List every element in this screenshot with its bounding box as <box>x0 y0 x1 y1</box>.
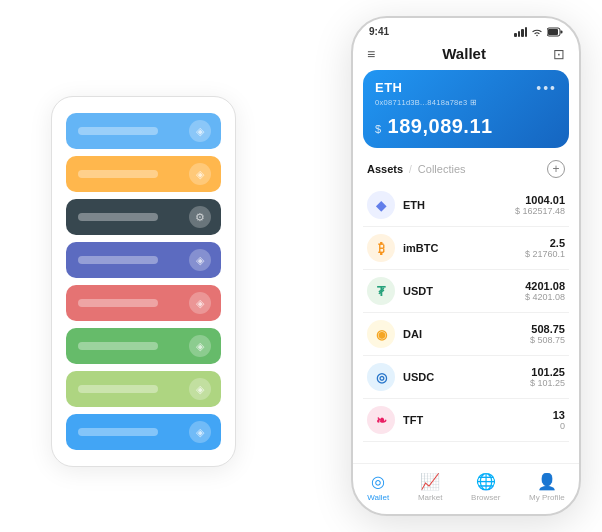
nav-item-browser[interactable]: 🌐Browser <box>471 472 500 502</box>
asset-item[interactable]: ◆ETH1004.01$ 162517.48 <box>363 184 569 227</box>
nav-item-wallet[interactable]: ◎Wallet <box>367 472 389 502</box>
svg-rect-1 <box>548 29 558 35</box>
asset-usd: $ 21760.1 <box>525 249 565 259</box>
stack-card[interactable]: ◈ <box>66 328 221 364</box>
nav-item-my-profile[interactable]: 👤My Profile <box>529 472 565 502</box>
expand-icon[interactable]: ⊡ <box>553 46 565 62</box>
asset-amounts: 1004.01$ 162517.48 <box>515 194 565 216</box>
asset-name: USDC <box>403 371 530 383</box>
asset-icon: ◆ <box>367 191 395 219</box>
add-asset-button[interactable]: + <box>547 160 565 178</box>
bottom-nav: ◎Wallet📈Market🌐Browser👤My Profile <box>353 463 579 514</box>
asset-item[interactable]: ₿imBTC2.5$ 21760.1 <box>363 227 569 270</box>
stack-card-label <box>78 428 158 436</box>
asset-amounts: 130 <box>553 409 565 431</box>
asset-amount: 508.75 <box>530 323 565 335</box>
asset-name: DAI <box>403 328 530 340</box>
eth-card-address: 0x08711d3B...8418a78e3 ⊞ <box>375 98 557 107</box>
tab-assets[interactable]: Assets <box>367 163 403 175</box>
asset-name: imBTC <box>403 242 525 254</box>
asset-amounts: 101.25$ 101.25 <box>530 366 565 388</box>
status-icons <box>514 27 563 37</box>
asset-item[interactable]: ₮USDT4201.08$ 4201.08 <box>363 270 569 313</box>
header-title: Wallet <box>442 45 486 62</box>
assets-tabs: Assets / Collecties <box>367 163 466 175</box>
asset-amount: 13 <box>553 409 565 421</box>
menu-icon[interactable]: ≡ <box>367 46 375 62</box>
phone-frame: 9:41 <box>351 16 581 516</box>
asset-item[interactable]: ❧TFT130 <box>363 399 569 442</box>
stack-card[interactable]: ◈ <box>66 113 221 149</box>
signal-icon <box>514 27 527 37</box>
nav-icon-market: 📈 <box>420 472 440 491</box>
asset-usd: $ 162517.48 <box>515 206 565 216</box>
asset-usd: $ 4201.08 <box>525 292 565 302</box>
stack-card-icon: ◈ <box>189 249 211 271</box>
stack-card-label <box>78 256 158 264</box>
nav-icon-browser: 🌐 <box>476 472 496 491</box>
asset-amounts: 2.5$ 21760.1 <box>525 237 565 259</box>
stack-card-label <box>78 299 158 307</box>
stack-card-label <box>78 342 158 350</box>
stack-card[interactable]: ◈ <box>66 156 221 192</box>
asset-name: TFT <box>403 414 553 426</box>
battery-icon <box>547 27 563 37</box>
stack-card[interactable]: ◈ <box>66 414 221 450</box>
eth-card-currency: $ <box>375 123 381 135</box>
asset-amount: 1004.01 <box>515 194 565 206</box>
nav-label-browser: Browser <box>471 493 500 502</box>
stack-card-label <box>78 170 158 178</box>
phone-header: ≡ Wallet ⊡ <box>353 41 579 70</box>
stack-card-icon: ◈ <box>189 378 211 400</box>
asset-usd: $ 508.75 <box>530 335 565 345</box>
stack-card-icon: ◈ <box>189 120 211 142</box>
asset-name: ETH <box>403 199 515 211</box>
asset-amount: 2.5 <box>525 237 565 249</box>
asset-icon: ◎ <box>367 363 395 391</box>
nav-label-market: Market <box>418 493 442 502</box>
asset-item[interactable]: ◉DAI508.75$ 508.75 <box>363 313 569 356</box>
stack-card-icon: ◈ <box>189 421 211 443</box>
asset-amount: 4201.08 <box>525 280 565 292</box>
card-stack: ◈◈⚙◈◈◈◈◈ <box>51 96 236 467</box>
stack-card[interactable]: ◈ <box>66 371 221 407</box>
nav-icon-my-profile: 👤 <box>537 472 557 491</box>
asset-icon: ₿ <box>367 234 395 262</box>
eth-card[interactable]: ETH ••• 0x08711d3B...8418a78e3 ⊞ $ 189,0… <box>363 70 569 148</box>
stack-card-icon: ◈ <box>189 163 211 185</box>
asset-usd: 0 <box>553 421 565 431</box>
stack-card[interactable]: ⚙ <box>66 199 221 235</box>
svg-rect-2 <box>561 30 563 33</box>
eth-card-balance: 189,089.11 <box>388 115 493 137</box>
stack-card[interactable]: ◈ <box>66 242 221 278</box>
nav-item-market[interactable]: 📈Market <box>418 472 442 502</box>
tab-separator: / <box>409 164 412 175</box>
stack-card[interactable]: ◈ <box>66 285 221 321</box>
stack-card-icon: ◈ <box>189 292 211 314</box>
stack-card-label <box>78 127 158 135</box>
asset-amounts: 4201.08$ 4201.08 <box>525 280 565 302</box>
stack-card-icon: ◈ <box>189 335 211 357</box>
asset-amounts: 508.75$ 508.75 <box>530 323 565 345</box>
nav-icon-wallet: ◎ <box>371 472 385 491</box>
asset-item[interactable]: ◎USDC101.25$ 101.25 <box>363 356 569 399</box>
stack-card-label <box>78 385 158 393</box>
asset-icon: ₮ <box>367 277 395 305</box>
asset-amount: 101.25 <box>530 366 565 378</box>
tab-collecties[interactable]: Collecties <box>418 163 466 175</box>
eth-card-name: ETH <box>375 80 403 95</box>
asset-usd: $ 101.25 <box>530 378 565 388</box>
nav-label-wallet: Wallet <box>367 493 389 502</box>
stack-card-icon: ⚙ <box>189 206 211 228</box>
status-time: 9:41 <box>369 26 389 37</box>
eth-card-top: ETH ••• <box>375 80 557 96</box>
stack-card-label <box>78 213 158 221</box>
nav-label-my-profile: My Profile <box>529 493 565 502</box>
asset-icon: ◉ <box>367 320 395 348</box>
scene: ◈◈⚙◈◈◈◈◈ 9:41 <box>21 16 581 516</box>
asset-list: ◆ETH1004.01$ 162517.48₿imBTC2.5$ 21760.1… <box>353 184 579 463</box>
status-bar: 9:41 <box>353 18 579 41</box>
eth-card-more-icon[interactable]: ••• <box>536 80 557 96</box>
wifi-icon <box>531 27 543 37</box>
asset-icon: ❧ <box>367 406 395 434</box>
